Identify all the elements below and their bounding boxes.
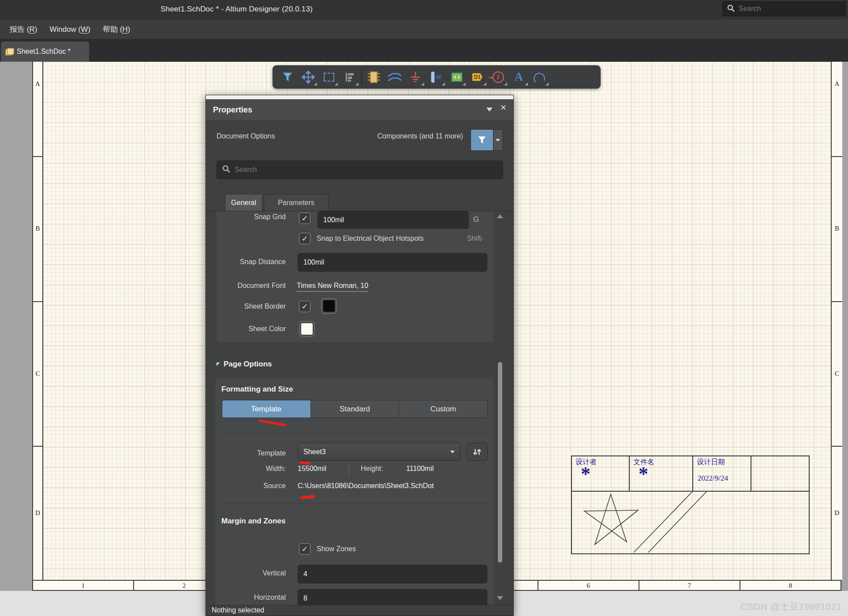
divider <box>349 463 349 475</box>
height-label: Height: <box>361 465 383 473</box>
snap-grid-input[interactable] <box>318 211 469 229</box>
vertical-input[interactable] <box>298 565 487 583</box>
source-value: C:\Users\81086\Documents\Sheet3.SchDot <box>298 482 434 490</box>
general-section <box>217 211 493 342</box>
title-block-drawing-cell <box>571 492 810 554</box>
move-selection-button[interactable] <box>298 67 318 87</box>
panel-search-input[interactable] <box>235 166 482 174</box>
star-sketch <box>572 492 809 553</box>
snap-grid-checkbox[interactable] <box>299 213 310 224</box>
place-no-erc-button[interactable]: i <box>488 67 508 87</box>
menu-item-window[interactable]: Window (W) <box>43 20 97 39</box>
document-tab-bar: Sheet1.SchDoc * <box>0 39 848 62</box>
place-power-port-button[interactable] <box>405 67 426 87</box>
chevron-down-icon <box>496 139 500 142</box>
selection-rectangle-icon <box>324 73 334 82</box>
global-search-box[interactable] <box>722 1 846 16</box>
width-label: Width: <box>266 465 286 473</box>
scroll-down-arrow[interactable] <box>497 596 503 600</box>
mode-custom-button[interactable]: Custom <box>399 400 487 418</box>
annotate-designator-button[interactable]: D1 <box>467 67 488 87</box>
place-text-button[interactable]: A <box>508 67 529 87</box>
dropdown-caret <box>314 82 317 86</box>
panel-close-icon[interactable]: × <box>501 103 506 112</box>
vertical-label: Vertical <box>263 569 286 577</box>
place-part-button[interactable] <box>363 67 384 87</box>
dropdown-caret <box>463 82 466 86</box>
section-collapse-icon[interactable] <box>217 362 220 366</box>
object-filter-button[interactable] <box>471 129 503 151</box>
wire-icon <box>387 72 402 82</box>
zone-divider <box>832 301 842 302</box>
zone-label: C <box>832 370 842 377</box>
format-mode-segmented-control: Template Standard Custom <box>222 400 488 418</box>
panel-header[interactable]: Properties <box>206 99 513 120</box>
dropdown-caret <box>504 82 507 86</box>
template-refresh-button[interactable] <box>467 443 488 461</box>
filter-icon[interactable] <box>471 130 493 150</box>
zone-ruler-right: A B C D <box>831 62 842 580</box>
place-arc-button[interactable] <box>529 67 550 87</box>
scope-components[interactable]: Components (and 11 more) <box>377 132 463 140</box>
document-tab-sheet1[interactable]: Sheet1.SchDoc * <box>1 41 89 62</box>
tab-general[interactable]: General <box>225 194 262 211</box>
width-value: 15500mil <box>298 465 326 473</box>
properties-panel: Properties × Document Options Components… <box>205 95 514 616</box>
mode-standard-button[interactable]: Standard <box>311 400 400 418</box>
menu-bar: 报告 (R) Window (W) 帮助 (H) <box>0 20 848 39</box>
snap-hotspots-label: Snap to Electrical Object Hotspots <box>317 235 424 243</box>
toolbar-separator <box>361 69 362 85</box>
zone-divider <box>832 446 842 447</box>
dropdown-caret <box>355 82 359 86</box>
snap-grid-label: Snap Grid <box>254 213 286 221</box>
window-title: Sheet1.SchDoc * - Altium Designer (20.0.… <box>161 5 313 14</box>
select-area-button[interactable] <box>318 67 339 87</box>
date-value: 2022/9/24 <box>698 474 728 483</box>
title-block-date-cell: 设计日期 2022/9/24 <box>692 455 751 492</box>
template-dropdown[interactable]: Sheet3 <box>298 443 460 461</box>
template-label: Template <box>257 449 286 457</box>
page-options-header[interactable]: Page Options <box>224 360 272 369</box>
snap-grid-preset[interactable]: G <box>473 215 479 224</box>
sheet-border-color-swatch[interactable] <box>321 298 337 314</box>
scope-document-options[interactable]: Document Options <box>217 132 275 140</box>
title-bar: Sheet1.SchDoc * - Altium Designer (20.0.… <box>0 0 848 20</box>
sheet-color-swatch[interactable] <box>299 321 315 337</box>
place-sheet-symbol-button[interactable] <box>446 67 467 87</box>
document-tab-label: Sheet1.SchDoc * <box>17 48 71 56</box>
search-icon <box>727 4 735 14</box>
designator-tag-icon: D1 <box>472 73 482 81</box>
source-label: Source <box>263 482 286 490</box>
menu-item-report[interactable]: 报告 (R) <box>4 20 43 39</box>
scrollbar-thumb[interactable] <box>498 362 502 563</box>
panel-grip[interactable] <box>206 95 513 99</box>
dropdown-caret <box>421 82 424 86</box>
text-tool-icon: A <box>515 70 523 84</box>
panel-collapse-icon[interactable] <box>486 108 493 112</box>
title-block[interactable]: 设计者 * 文件名 * 设计日期 2022/9/24 <box>571 455 810 554</box>
document-font-value[interactable]: Times New Roman, 10 <box>297 282 368 292</box>
snap-distance-label: Snap Distance <box>240 258 286 266</box>
sheet-border-checkbox[interactable] <box>299 301 310 312</box>
zone-label: B <box>33 225 42 232</box>
show-zones-checkbox[interactable] <box>299 543 310 555</box>
zone-label: B <box>832 225 842 232</box>
align-objects-button[interactable] <box>339 67 360 87</box>
height-value: 11100mil <box>406 465 434 473</box>
snap-hotspots-checkbox[interactable] <box>299 233 310 244</box>
filter-dropdown-button[interactable] <box>493 130 503 150</box>
watermark: CSDN @土豆19891021 <box>740 601 842 613</box>
place-port-button[interactable]: ## <box>426 67 446 87</box>
zone-label: 1 <box>33 581 134 590</box>
filter-button[interactable] <box>277 67 298 87</box>
snap-distance-input[interactable] <box>298 253 487 272</box>
filename-value: * <box>639 463 648 485</box>
tab-parameters[interactable]: Parameters <box>264 194 329 211</box>
mode-template-button[interactable]: Template <box>222 400 311 418</box>
panel-search-box[interactable] <box>217 161 503 179</box>
menu-item-help[interactable]: 帮助 (H) <box>97 20 136 39</box>
global-search-input[interactable] <box>739 5 836 13</box>
scroll-up-arrow[interactable] <box>497 214 503 218</box>
margin-and-zones-header: Margin and Zones <box>221 517 285 526</box>
place-wire-button[interactable] <box>384 67 405 87</box>
